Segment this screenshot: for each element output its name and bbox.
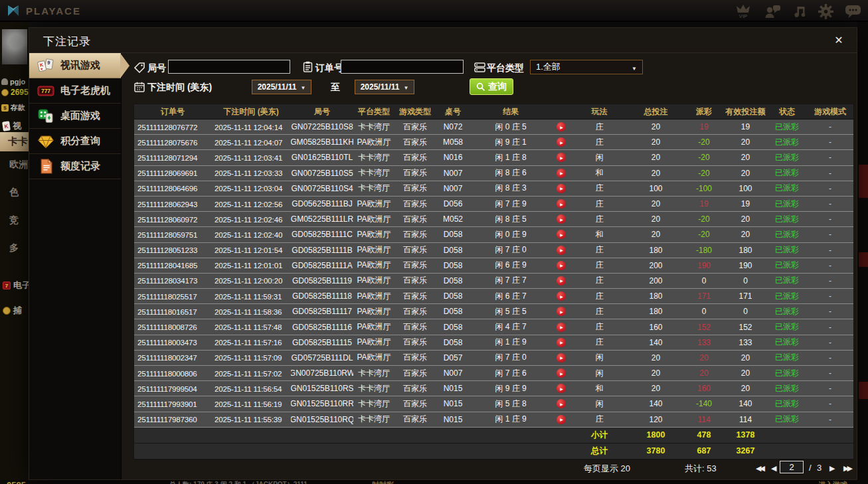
subtotal-row: 小计18004781378 bbox=[134, 428, 853, 444]
bg-menu-item[interactable]: 多 bbox=[0, 240, 29, 256]
svg-text:777: 777 bbox=[41, 88, 50, 94]
bet-time: 2025-11-11 12:04:07 bbox=[211, 135, 291, 149]
status: 已派彩 bbox=[767, 243, 807, 258]
payout: 160 bbox=[684, 381, 724, 396]
table-row: 2511111280767722025-11-11 12:04:14GN0722… bbox=[134, 120, 853, 135]
background-left-sidebar: pgjo 2695 $ 存款 K视卡卡欧洲色竞多7电子捕 bbox=[0, 22, 29, 484]
total-bet: 20 bbox=[628, 381, 684, 396]
sidebar-item-1[interactable]: 9K♥视讯游戏 bbox=[29, 53, 121, 78]
sidebar-item-4[interactable]: 积分查询 bbox=[29, 129, 121, 154]
bg-menu-item[interactable]: 欧洲 bbox=[0, 157, 29, 173]
game-type: 百家乐 bbox=[394, 166, 436, 181]
play-type: 庄 bbox=[571, 181, 628, 196]
replay-icon[interactable] bbox=[557, 230, 566, 239]
table-row: 2511111280609722025-11-11 12:02:46GM0522… bbox=[134, 212, 853, 227]
valid-bet: 180 bbox=[724, 243, 767, 258]
platform-type: PA欧洲厅 bbox=[353, 258, 394, 273]
bg-menu-item[interactable]: 竞 bbox=[0, 212, 29, 228]
platform-type: PA欧洲厅 bbox=[353, 351, 394, 365]
bet-time: 2025-11-11 12:04:14 bbox=[211, 120, 291, 134]
replay-icon[interactable] bbox=[557, 399, 566, 408]
replay-icon[interactable] bbox=[557, 384, 566, 393]
payout: -20 bbox=[684, 227, 724, 242]
sidebar-item-3[interactable]: 桌面游戏 bbox=[29, 104, 121, 129]
replay-icon[interactable] bbox=[557, 137, 566, 147]
game-mode: - bbox=[807, 304, 853, 319]
sidebar-item-5[interactable]: 额度记录 bbox=[29, 154, 121, 179]
replay-icon[interactable] bbox=[557, 353, 566, 363]
order-no: 251111128075676 bbox=[134, 135, 211, 149]
support-icon[interactable] bbox=[764, 4, 781, 19]
logo[interactable]: PLAYACE bbox=[5, 3, 81, 19]
replay-icon[interactable] bbox=[557, 184, 566, 193]
date-to-select[interactable]: 2025/11/11 bbox=[355, 80, 414, 94]
vip-icon[interactable]: VIP bbox=[734, 3, 752, 19]
app-root: pgjo 2695 $ 存款 K视卡卡欧洲色竞多7电子捕 0585总人数: 17… bbox=[0, 0, 868, 484]
table-row: 2511111280416852025-11-11 12:01:01GD0582… bbox=[134, 258, 853, 274]
settings-icon[interactable] bbox=[818, 4, 833, 19]
status: 已派彩 bbox=[767, 412, 807, 427]
column-header-order-no: 订单号 bbox=[134, 104, 211, 119]
result: 闲 9 庄 9 bbox=[470, 381, 551, 396]
music-icon[interactable] bbox=[792, 4, 807, 19]
payout: 190 bbox=[684, 258, 724, 273]
bet-time: 2025-11-11 11:57:02 bbox=[211, 366, 291, 380]
valid-bet: 20 bbox=[724, 366, 767, 380]
chat-icon[interactable] bbox=[845, 4, 861, 19]
bg-menu-item[interactable]: 色 bbox=[0, 185, 29, 201]
result: 闲 8 庄 3 bbox=[470, 181, 551, 196]
result: 闲 6 庄 7 bbox=[470, 289, 551, 303]
table-no: D058 bbox=[436, 227, 470, 242]
replay-icon[interactable] bbox=[557, 261, 566, 270]
replay-icon[interactable] bbox=[557, 291, 566, 301]
next-page-icon[interactable] bbox=[829, 464, 835, 473]
table-no: M052 bbox=[436, 212, 470, 226]
status: 已派彩 bbox=[767, 197, 807, 211]
replay-icon[interactable] bbox=[557, 415, 566, 424]
game-mode: - bbox=[807, 181, 853, 196]
replay-icon[interactable] bbox=[557, 122, 566, 131]
replay-icon[interactable] bbox=[557, 338, 566, 347]
status: 已派彩 bbox=[767, 181, 807, 196]
total-bet: 180 bbox=[628, 289, 684, 303]
table-row: 2511111280712942025-11-11 12:03:41GN0162… bbox=[134, 150, 853, 165]
avatar[interactable] bbox=[2, 29, 27, 64]
order-no: 251111118003473 bbox=[134, 335, 211, 350]
valid-bet: 0 bbox=[724, 274, 767, 288]
total-count-label: 共计: 53 bbox=[685, 463, 717, 475]
replay-icon[interactable] bbox=[557, 199, 566, 208]
total-bet: 100 bbox=[628, 181, 684, 196]
bg-menu-item[interactable]: 卡卡 bbox=[0, 132, 29, 151]
replay-icon[interactable] bbox=[557, 246, 566, 255]
table-no: D058 bbox=[436, 258, 470, 273]
search-button[interactable]: 查询 bbox=[470, 78, 513, 95]
game-type: 百家乐 bbox=[394, 212, 436, 226]
platform-type-select[interactable]: 1.全部 bbox=[530, 60, 643, 74]
prev-page-icon[interactable] bbox=[771, 464, 776, 473]
replay-icon[interactable] bbox=[557, 368, 566, 378]
replay-icon[interactable] bbox=[557, 276, 566, 285]
deposit-row[interactable]: $ 存款 bbox=[1, 103, 25, 113]
date-from-select[interactable]: 2025/11/11 bbox=[252, 80, 311, 94]
round-no-input[interactable] bbox=[168, 60, 290, 74]
replay-icon[interactable] bbox=[557, 214, 566, 224]
replay-icon[interactable] bbox=[557, 169, 566, 178]
status: 已派彩 bbox=[767, 258, 807, 273]
replay-cell bbox=[551, 258, 571, 273]
close-icon[interactable] bbox=[831, 33, 846, 47]
payout: 19 bbox=[684, 120, 724, 134]
sidebar-item-2[interactable]: 777电子老虎机 bbox=[29, 78, 121, 104]
last-page-icon[interactable] bbox=[843, 464, 851, 473]
deposit-icon: $ bbox=[1, 104, 9, 112]
table-row: 2511111180165172025-11-11 11:58:36GD0582… bbox=[134, 304, 853, 319]
page-input[interactable] bbox=[780, 461, 804, 473]
first-page-icon[interactable] bbox=[756, 464, 763, 473]
bg-menu-item[interactable]: 7电子 bbox=[0, 278, 29, 293]
bg-menu-item[interactable]: 捕 bbox=[0, 303, 29, 319]
replay-icon[interactable] bbox=[557, 323, 566, 332]
payout: -180 bbox=[684, 243, 724, 258]
column-header-total-bet: 总投注 bbox=[628, 104, 684, 119]
order-no-input[interactable] bbox=[341, 60, 464, 74]
replay-icon[interactable] bbox=[557, 307, 566, 316]
replay-icon[interactable] bbox=[557, 153, 566, 162]
